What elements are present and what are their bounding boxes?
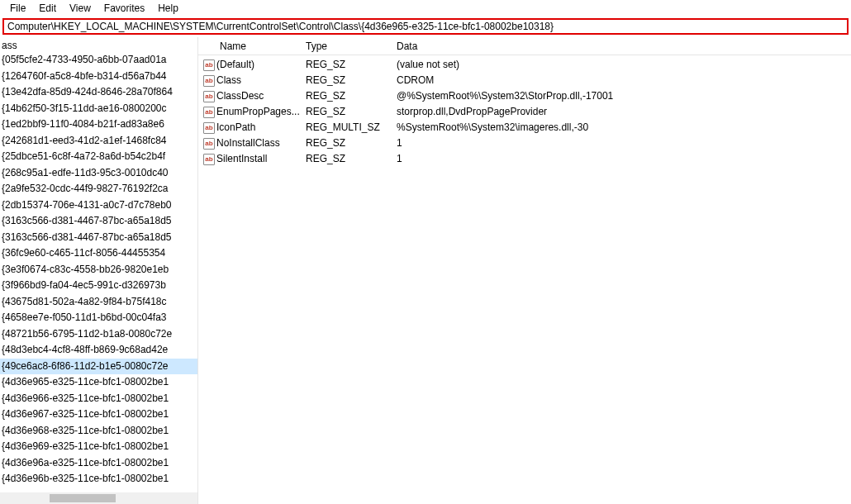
column-type[interactable]: Type [306, 40, 397, 52]
tree-item[interactable]: {14b62f50-3f15-11dd-ae16-0800200c [0, 101, 197, 117]
tree-item[interactable]: {48721b56-6795-11d2-b1a8-0080c72e [0, 326, 197, 343]
tree-item[interactable]: {242681d1-eed3-41d2-a1ef-1468fc84 [0, 133, 197, 150]
string-value-icon: ab [198, 154, 216, 165]
tree-item[interactable]: {36fc9e60-c465-11cf-8056-44455354 [0, 245, 197, 262]
tree-pane: ass {05f5cfe2-4733-4950-a6bb-07aad01a{12… [0, 37, 198, 504]
string-value-icon: ab [198, 75, 216, 87]
tree-header-fragment: ass [0, 39, 197, 52]
value-row[interactable]: abIconPathREG_MULTI_SZ%SystemRoot%\Syste… [198, 120, 851, 136]
string-value-icon: ab [198, 91, 216, 102]
value-name: Class [216, 73, 306, 88]
menu-file[interactable]: File [3, 1, 32, 16]
value-row[interactable]: abClassDescREG_SZ@%SystemRoot%\System32\… [198, 88, 851, 104]
menu-help[interactable]: Help [151, 1, 185, 16]
value-row[interactable]: abNoInstallClassREG_SZ1 [198, 136, 851, 151]
tree-item[interactable]: {13e42dfa-85d9-424d-8646-28a70f864 [0, 84, 197, 101]
column-data[interactable]: Data [397, 40, 851, 52]
tree-item[interactable]: {48d3ebc4-4cf8-48ff-b869-9c68ad42e [0, 342, 197, 359]
tree-item[interactable]: {268c95a1-edfe-11d3-95c3-0010dc40 [0, 165, 197, 182]
tree-item[interactable]: {2a9fe532-0cdc-44f9-9827-76192f2ca [0, 181, 197, 197]
tree-item[interactable]: {25dbce51-6c8f-4a72-8a6d-b54c2b4f [0, 149, 197, 165]
value-type: REG_MULTI_SZ [306, 120, 397, 136]
tree-item[interactable]: {4d36e966-e325-11ce-bfc1-08002be1 [0, 391, 197, 407]
value-data: 1 [397, 151, 851, 167]
value-data: CDROM [397, 73, 851, 88]
tree-item[interactable]: {3163c566-d381-4467-87bc-a65a18d5 [0, 213, 197, 230]
value-row[interactable]: abSilentInstallREG_SZ1 [198, 151, 851, 167]
tree-item[interactable]: {3e3f0674-c83c-4558-bb26-9820e1eb [0, 262, 197, 278]
tree-item[interactable]: {4d36e968-e325-11ce-bfc1-08002be1 [0, 423, 197, 440]
value-row[interactable]: abClassREG_SZCDROM [198, 73, 851, 88]
value-type: REG_SZ [306, 136, 397, 151]
menu-favorites[interactable]: Favorites [97, 1, 151, 16]
scrollbar-thumb[interactable] [50, 494, 116, 502]
tree-item[interactable]: {05f5cfe2-4733-4950-a6bb-07aad01a [0, 52, 197, 69]
tree-item[interactable]: {1264760f-a5c8-4bfe-b314-d56a7b44 [0, 69, 197, 85]
value-type: REG_SZ [306, 73, 397, 88]
value-data: storprop.dll,DvdPropPageProvider [397, 104, 851, 120]
value-name: EnumPropPages... [216, 104, 306, 120]
tree-item[interactable]: {4d36e969-e325-11ce-bfc1-08002be1 [0, 439, 197, 455]
tree-item[interactable]: {4d36e967-e325-11ce-bfc1-08002be1 [0, 407, 197, 423]
value-data: (value not set) [397, 57, 851, 73]
value-type: REG_SZ [306, 88, 397, 104]
tree-item[interactable]: {3163c566-d381-4467-87bc-a65a18d5 [0, 230, 197, 246]
tree-item[interactable]: {4d36e96b-e325-11ce-bfc1-08002be1 [0, 471, 197, 487]
value-row[interactable]: abEnumPropPages...REG_SZstorprop.dll,Dvd… [198, 104, 851, 120]
tree-item[interactable]: {1ed2bbf9-11f0-4084-b21f-ad83a8e6 [0, 116, 197, 133]
value-row[interactable]: ab(Default)REG_SZ(value not set) [198, 57, 851, 73]
menu-bar: File Edit View Favorites Help [0, 0, 851, 17]
column-name[interactable]: Name [198, 40, 306, 52]
string-value-icon: ab [198, 107, 216, 118]
listview-rows: ab(Default)REG_SZ(value not set)abClassR… [198, 55, 851, 167]
tree-item[interactable]: {3f966bd9-fa04-4ec5-991c-d326973b [0, 278, 197, 294]
tree-item[interactable]: {2db15374-706e-4131-a0c7-d7c78eb0 [0, 197, 197, 214]
values-pane: Name Type Data ab(Default)REG_SZ(value n… [198, 37, 851, 504]
value-type: REG_SZ [306, 104, 397, 120]
value-name: SilentInstall [216, 151, 306, 167]
address-bar[interactable]: Computer\HKEY_LOCAL_MACHINE\SYSTEM\Curre… [2, 18, 849, 35]
value-name: ClassDesc [216, 88, 306, 104]
value-name: (Default) [216, 57, 306, 73]
string-value-icon: ab [198, 138, 216, 150]
tree-item[interactable]: {4d36e96a-e325-11ce-bfc1-08002be1 [0, 455, 197, 472]
value-type: REG_SZ [306, 151, 397, 167]
string-value-icon: ab [198, 122, 216, 134]
tree-list[interactable]: {05f5cfe2-4733-4950-a6bb-07aad01a{126476… [0, 52, 197, 491]
value-data: @%SystemRoot%\System32\StorProp.dll,-170… [397, 88, 851, 104]
listview-header[interactable]: Name Type Data [198, 39, 851, 55]
value-type: REG_SZ [306, 57, 397, 73]
horizontal-scrollbar[interactable] [0, 492, 197, 504]
value-data: %SystemRoot%\System32\imageres.dll,-30 [397, 120, 851, 136]
tree-item[interactable]: {4d36e965-e325-11ce-bfc1-08002be1 [0, 374, 197, 391]
menu-view[interactable]: View [63, 1, 97, 16]
value-name: IconPath [216, 120, 306, 136]
value-data: 1 [397, 136, 851, 151]
string-value-icon: ab [198, 59, 216, 71]
tree-item[interactable]: {49ce6ac8-6f86-11d2-b1e5-0080c72e [0, 359, 197, 375]
tree-item[interactable]: {4658ee7e-f050-11d1-b6bd-00c04fa3 [0, 310, 197, 326]
value-name: NoInstallClass [216, 136, 306, 151]
menu-edit[interactable]: Edit [32, 1, 63, 16]
tree-item[interactable]: {4d36e96c-e325-11ce-bfc1-08002be1 [0, 487, 197, 492]
tree-item[interactable]: {43675d81-502a-4a82-9f84-b75f418c [0, 294, 197, 311]
